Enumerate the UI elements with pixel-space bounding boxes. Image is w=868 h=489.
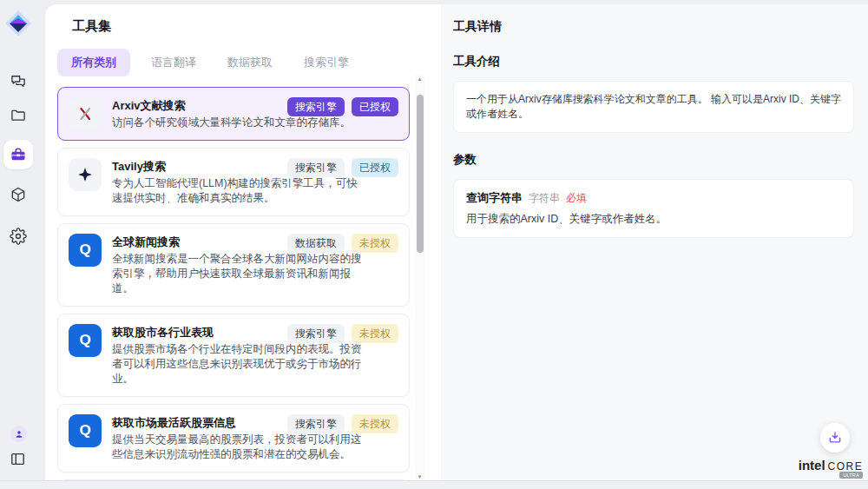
tool-card-arxiv[interactable]: Arxiv文献搜索 访问各个研究领域大量科学论文和文章的存储库。 搜索引擎 已授…: [57, 87, 410, 141]
gear-icon[interactable]: [10, 228, 27, 245]
intro-text: 一个用于从Arxiv存储库搜索科学论文和文章的工具。 输入可以是Arxiv ID…: [466, 92, 841, 122]
param-description: 用于搜索的Arxiv ID、关键字或作者姓名。: [466, 212, 841, 227]
tool-card-global-news[interactable]: Q 全球新闻搜索 全球新闻搜索是一个聚合全球各大新闻网站内容的搜索引擎，帮助用户…: [57, 223, 410, 307]
tool-card-sector-performance[interactable]: Q 获取股市各行业表现 提供股票市场各个行业在特定时间段内的表现。投资者可以利用…: [57, 314, 410, 397]
q-logo-icon: Q: [69, 324, 102, 357]
tool-description: 提供当天交易量最高的股票列表，投资者可以利用这些信息来识别流动性强的股票和潜在的…: [112, 433, 365, 462]
tool-detail-panel: 工具详情 工具介绍 一个用于从Arxiv存储库搜索科学论文和文章的工具。 输入可…: [441, 4, 868, 480]
param-card: 查询字符串 字符串 必填 用于搜索的Arxiv ID、关键字或作者姓名。: [453, 179, 854, 238]
intel-wordmark: intel: [799, 458, 825, 472]
tool-card-most-active-stocks[interactable]: Q 获取市场最活跃股票信息 提供当天交易量最高的股票列表，投资者可以利用这些信息…: [57, 404, 410, 472]
tool-description: 全球新闻搜索是一个聚合全球各大新闻网站内容的搜索引擎，帮助用户快速获取全球最新资…: [112, 252, 365, 296]
q-logo-icon: Q: [69, 414, 102, 447]
core-wordmark: CORE: [828, 460, 864, 472]
param-type: 字符串: [529, 191, 560, 206]
auth-status-badge: 已授权: [352, 158, 398, 177]
tool-card-tavily[interactable]: Tavily搜索 专为人工智能代理(LLM)构建的搜索引擎工具，可快速提供实时、…: [57, 148, 410, 216]
scroll-down-icon[interactable]: ▼: [415, 472, 424, 480]
intro-card: 一个用于从Arxiv存储库搜索科学论文和文章的工具。 输入可以是Arxiv ID…: [453, 81, 854, 133]
arxiv-logo-icon: [69, 97, 102, 130]
app-logo-gem-icon: [4, 10, 32, 37]
params-heading: 参数: [453, 152, 868, 168]
scrollbar-thumb[interactable]: [417, 95, 424, 253]
tavily-star-logo-icon: [69, 158, 102, 191]
category-tabs: 所有类别 语言翻译 数据获取 搜索引擎: [57, 49, 441, 76]
category-badge: 搜索引擎: [287, 158, 345, 177]
category-badge: 搜索引擎: [287, 414, 345, 433]
user-avatar[interactable]: [10, 426, 27, 442]
tool-description: 专为人工智能代理(LLM)构建的搜索引擎工具，可快速提供实时、准确和真实的结果。: [112, 176, 365, 206]
page-title: 工具集: [72, 18, 441, 35]
window-bottom-edge: [0, 480, 868, 489]
download-button[interactable]: [820, 423, 850, 453]
param-name: 查询字符串: [466, 190, 523, 206]
auth-status-badge: 未授权: [352, 324, 398, 343]
sidebar: [0, 0, 45, 480]
collapse-panel-icon[interactable]: [10, 451, 26, 467]
param-required-flag: 必填: [566, 191, 587, 206]
tab-data-acquisition[interactable]: 数据获取: [217, 49, 283, 76]
user-avatar-icon: [14, 429, 24, 439]
chat-icon[interactable]: [10, 73, 27, 90]
tool-description: 提供股票市场各个行业在特定时间段内的表现。投资者可以利用这些信息来识别表现优于或…: [112, 342, 365, 387]
intro-heading: 工具介绍: [453, 54, 868, 69]
detail-title: 工具详情: [453, 19, 868, 35]
toolbox-icon: [10, 146, 27, 163]
folder-icon[interactable]: [10, 107, 27, 124]
auth-status-badge: 未授权: [352, 414, 398, 433]
tool-list-panel: 工具集 所有类别 语言翻译 数据获取 搜索引擎 Arxiv文献搜索 访问各个研究…: [45, 4, 441, 480]
tool-card-list: Arxiv文献搜索 访问各个研究领域大量科学论文和文章的存储库。 搜索引擎 已授…: [57, 87, 410, 480]
category-badge: 数据获取: [287, 234, 345, 253]
ultra-badge: ULTRA: [839, 472, 863, 479]
sidebar-item-tools[interactable]: [3, 140, 33, 169]
tab-search-engine[interactable]: 搜索引擎: [293, 49, 359, 76]
tab-language-translation[interactable]: 语言翻译: [141, 49, 207, 76]
auth-status-badge: 已授权: [352, 97, 398, 116]
category-badge: 搜索引擎: [287, 97, 345, 116]
cube-icon[interactable]: [10, 186, 27, 203]
download-icon: [827, 430, 843, 446]
q-logo-icon: Q: [69, 234, 102, 267]
category-badge: 搜索引擎: [287, 324, 345, 343]
intel-core-logo: intel CORE ULTRA: [797, 458, 865, 472]
scroll-up-icon[interactable]: ▲: [415, 75, 424, 83]
tool-description: 访问各个研究领域大量科学论文和文章的存储库。: [112, 116, 365, 130]
tab-all-categories[interactable]: 所有类别: [57, 49, 130, 76]
list-scrollbar[interactable]: ▲ ▼: [415, 75, 424, 480]
auth-status-badge: 未授权: [352, 234, 398, 253]
